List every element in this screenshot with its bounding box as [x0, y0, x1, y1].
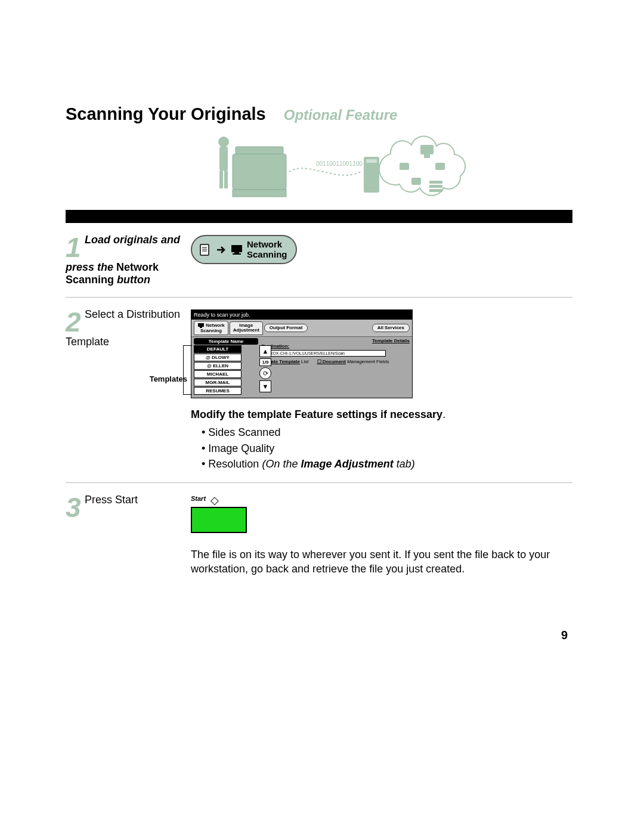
- modify-item: Resolution (On the Image Adjustment tab): [202, 456, 572, 472]
- step-3: 3 Press Start Start ◇ The file is on its…: [66, 494, 572, 587]
- page-subtitle: Optional Feature: [284, 107, 398, 123]
- svg-rect-2: [219, 171, 223, 188]
- step-3-number: 3: [66, 494, 81, 521]
- template-item[interactable]: RESUMES: [194, 387, 242, 395]
- destination-label: Destination:: [262, 343, 410, 349]
- templates-label: Templates: [66, 374, 191, 383]
- start-button[interactable]: [191, 507, 247, 533]
- svg-rect-13: [435, 163, 445, 170]
- network-scanning-label: Network Scanning: [247, 240, 287, 259]
- svg-rect-10: [420, 145, 434, 154]
- svg-rect-24: [233, 253, 241, 255]
- tab-image-adjustment[interactable]: Image Adjustment: [230, 321, 263, 335]
- svg-rect-1: [219, 147, 228, 171]
- page-title-row: Scanning Your Originals Optional Feature: [66, 104, 572, 124]
- page-number: 9: [561, 628, 568, 642]
- svg-rect-5: [236, 147, 283, 154]
- step-1: 1 Load originals and press the Network S…: [66, 234, 572, 298]
- modify-settings-block: Modify the template Feature settings if …: [191, 407, 572, 471]
- step-3-text: Press Start: [85, 494, 138, 506]
- svg-point-0: [218, 137, 229, 147]
- destination-value: XEROX-CHI-1:/VOL1/USERS/ELLEN/Scan: [262, 350, 386, 357]
- hero-illustration: 00110011001100: [66, 130, 572, 208]
- modify-heading: Modify the template Feature settings if …: [191, 408, 442, 420]
- template-list: DEFAULT @ DLOWY @ ELLEN MICHAEL MGR-MAIL…: [194, 345, 258, 395]
- divider-bar: [66, 210, 572, 223]
- step-1-line3: button: [117, 274, 150, 286]
- modify-item: Sides Scanned: [202, 425, 572, 440]
- step-1-text: Load originals and press the Network Sca…: [66, 234, 180, 286]
- svg-rect-11: [424, 154, 430, 158]
- svg-rect-6: [233, 190, 286, 197]
- ss-tabs: Network Scanning Image Adjustment Output…: [191, 320, 412, 337]
- template-item[interactable]: MGR-MAIL: [194, 379, 242, 386]
- template-item[interactable]: @ DLOWY: [194, 354, 242, 361]
- svg-rect-3: [224, 171, 228, 188]
- svg-rect-18: [200, 244, 209, 255]
- page-title: Scanning Your Originals: [66, 104, 266, 124]
- template-item[interactable]: MICHAEL: [194, 370, 242, 378]
- step-2: 2 Select a Distribution Template Templat…: [66, 308, 572, 483]
- ss-status: Ready to scan your job.: [191, 310, 412, 320]
- svg-rect-16: [429, 185, 442, 188]
- svg-rect-25: [198, 323, 204, 327]
- diamond-icon: ◇: [210, 495, 219, 506]
- svg-rect-14: [411, 178, 421, 185]
- step-2-text: Select a Distribution Template: [66, 308, 180, 348]
- network-scanning-button[interactable]: Network Scanning: [191, 235, 297, 264]
- template-item[interactable]: DEFAULT: [194, 345, 242, 353]
- svg-rect-15: [429, 181, 442, 184]
- tab-all-services[interactable]: All Services: [372, 324, 410, 332]
- svg-rect-9: [366, 159, 377, 163]
- arrow-right-icon: [216, 244, 227, 255]
- svg-rect-12: [400, 163, 409, 170]
- template-details-header: Template Details: [372, 338, 410, 343]
- refresh-icon[interactable]: ⟳: [259, 367, 271, 379]
- step-3-body: The file is on its way to wherever you s…: [191, 547, 572, 577]
- svg-rect-4: [233, 154, 286, 190]
- svg-text:00110011001100: 00110011001100: [316, 160, 363, 167]
- scan-ui-screenshot: Ready to scan your job. Network Scanning…: [191, 309, 413, 398]
- tab-output-format[interactable]: Output Format: [264, 324, 308, 332]
- page-indicator: 1/9: [259, 358, 271, 366]
- template-item[interactable]: @ ELLEN: [194, 362, 242, 370]
- svg-rect-22: [231, 245, 242, 252]
- document-icon: [198, 243, 212, 257]
- step-2-number: 2: [66, 308, 81, 336]
- step-1-number: 1: [66, 234, 81, 261]
- scroll-up-icon[interactable]: ▲: [259, 345, 271, 357]
- svg-rect-17: [429, 189, 442, 192]
- tab-network-scanning[interactable]: Network Scanning: [194, 321, 228, 335]
- modify-item: Image Quality: [202, 441, 572, 456]
- scroll-down-icon[interactable]: ▼: [259, 380, 271, 392]
- monitor-icon: [230, 244, 243, 256]
- start-label: Start: [191, 495, 206, 502]
- svg-rect-23: [234, 252, 239, 253]
- doc-management-link[interactable]: Document Management Fields: [317, 359, 389, 364]
- template-name-header: Template Name: [194, 338, 258, 345]
